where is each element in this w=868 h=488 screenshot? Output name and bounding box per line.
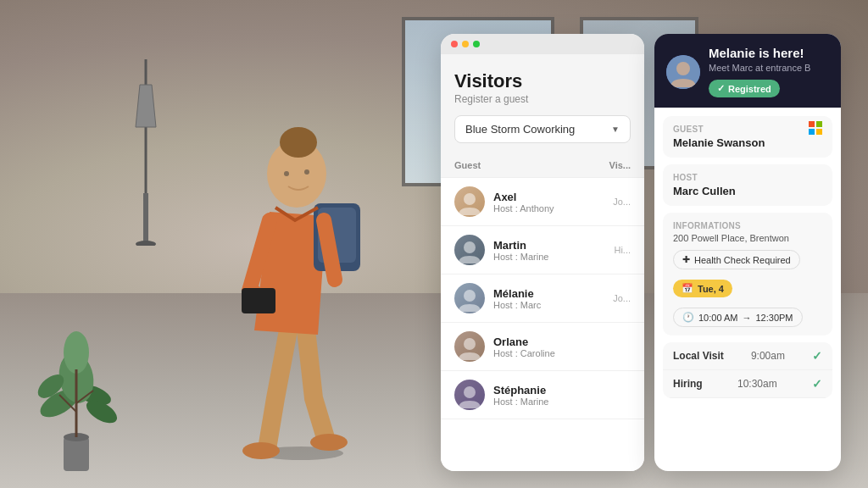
svg-point-33 [464,338,476,350]
visitor-badge-axel: Jo... [613,197,631,207]
plant-decoration [34,302,119,471]
svg-rect-40 [809,129,815,135]
calendar-icon: 📅 [682,283,693,294]
guest-card: Guest Melanie Swanson [663,116,832,158]
microsoft-logo [809,121,822,135]
maximize-dot[interactable] [473,41,480,47]
svg-point-37 [676,62,690,75]
date-label: Tue, 4 [698,284,724,294]
date-badge: 📅 Tue, 4 [673,280,732,297]
visitor-name-axel: Axel [493,191,604,203]
minimize-dot[interactable] [462,41,469,47]
visitor-info-orlane: Orlane Host : Caroline [493,336,622,358]
detail-panel: Melanie is here! Meet Marc at entrance B… [654,34,841,471]
visitor-info-axel: Axel Host : Anthony [493,191,604,214]
time-badge: 🕐 10:00 AM → 12:30PM [673,308,803,327]
visit-row-check-1: ✓ [812,377,822,391]
visit-row-label-0: Local Visit [673,350,724,362]
col-header-visit: Vis... [597,160,631,170]
svg-point-27 [464,193,476,205]
col-header-guest: Guest [454,160,597,170]
visit-row-1[interactable]: Hiring 10:30am ✓ [663,370,832,398]
health-check-badge: ✚ Health Check Required [673,250,800,269]
lamp-decoration [131,59,161,246]
visit-rows: Local Visit 9:00am ✓ Hiring 10:30am ✓ [663,342,832,398]
visitor-item-orlane[interactable]: Orlane Host : Caroline [441,323,644,371]
visit-row-0[interactable]: Local Visit 9:00am ✓ [663,342,832,370]
visitor-avatar-orlane [454,331,485,362]
svg-point-3 [136,241,156,246]
notification-text: Melanie is here! Meet Marc at entrance B… [709,46,829,97]
visit-row-check-0: ✓ [812,349,822,363]
notification-header: Melanie is here! Meet Marc at entrance B… [654,34,841,108]
visitor-host-stephanie: Host : Marine [493,396,622,407]
visitor-item-martin[interactable]: Martin Host : MarineHi... [441,226,644,274]
svg-rect-2 [143,193,148,244]
visitor-name-stephanie: Stéphanie [493,384,622,396]
svg-point-31 [464,290,476,302]
visit-row-label-1: Hiring [673,378,703,390]
info-card: Informations 200 Powell Place, Brentwon … [663,213,832,336]
visitor-host-axel: Host : Anthony [493,203,604,214]
visitor-name-martin: Martin [493,239,605,252]
close-dot[interactable] [451,41,458,47]
guest-label: Guest [673,125,822,134]
time-from: 10:00 AM [698,313,737,323]
location-label: Blue Storm Coworking [465,123,575,136]
svg-point-11 [64,331,89,374]
visitor-info-stephanie: Stéphanie Host : Marine [493,384,622,407]
visitor-item-melanie[interactable]: Mélanie Host : MarcJo... [441,274,644,323]
location-selector[interactable]: Blue Storm Coworking ▼ [454,115,631,143]
svg-point-35 [464,386,476,398]
visitor-avatar-martin [454,235,485,265]
svg-point-25 [304,169,309,175]
svg-point-17 [310,434,348,451]
health-check-label: Health Check Required [694,255,791,265]
visitors-panel-title: Visitors [454,71,631,92]
detail-body: Guest Melanie Swanson [654,108,841,471]
panel-chrome [441,34,644,54]
info-address: 200 Powell Place, Brentwon [673,233,822,243]
visitors-panel-subtitle: Register a guest [454,93,631,105]
visitor-list: Axel Host : AnthonyJo... Martin Host : M… [441,178,644,471]
svg-point-24 [284,171,289,176]
visitor-avatar-melanie [454,283,485,313]
table-header: Guest Vis... [441,153,644,178]
visitor-host-martin: Host : Marine [493,252,605,262]
host-label: Host [673,173,822,182]
health-icon: ✚ [682,254,690,265]
svg-rect-4 [64,437,89,471]
visitor-info-martin: Martin Host : Marine [493,239,605,262]
visitor-badge-melanie: Jo... [613,293,631,303]
info-label: Informations [673,221,822,230]
svg-point-29 [464,241,476,253]
person-figure [170,42,424,466]
visitor-host-orlane: Host : Caroline [493,348,622,358]
visitor-name-orlane: Orlane [493,336,622,348]
notification-title: Melanie is here! [709,46,829,61]
check-icon: ✓ [717,83,725,94]
chevron-down-icon: ▼ [611,125,620,134]
visitor-item-axel[interactable]: Axel Host : AnthonyJo... [441,178,644,226]
visitor-avatar-axel [454,186,485,217]
clock-icon: 🕐 [682,312,694,323]
svg-rect-41 [816,129,822,135]
svg-rect-39 [816,121,822,127]
svg-marker-1 [136,85,156,127]
svg-point-22 [280,127,317,158]
panels-container: Visitors Register a guest Blue Storm Cow… [441,34,851,471]
visit-row-time-0: 9:00am [751,350,785,362]
time-arrow: → [742,313,751,323]
visitor-info-melanie: Mélanie Host : Marc [493,287,604,310]
svg-point-16 [242,442,280,459]
registered-label: Registred [728,84,771,94]
avatar [666,55,700,89]
host-name: Marc Cullen [673,185,822,197]
host-card: Host Marc Cullen [663,164,832,206]
visitor-item-stephanie[interactable]: Stéphanie Host : Marine [441,371,644,419]
time-to: 12:30PM [755,313,793,323]
svg-rect-20 [242,288,275,313]
visit-row-time-1: 10:30am [737,378,777,390]
visitor-name-melanie: Mélanie [493,287,604,300]
visitor-avatar-stephanie [454,380,485,410]
